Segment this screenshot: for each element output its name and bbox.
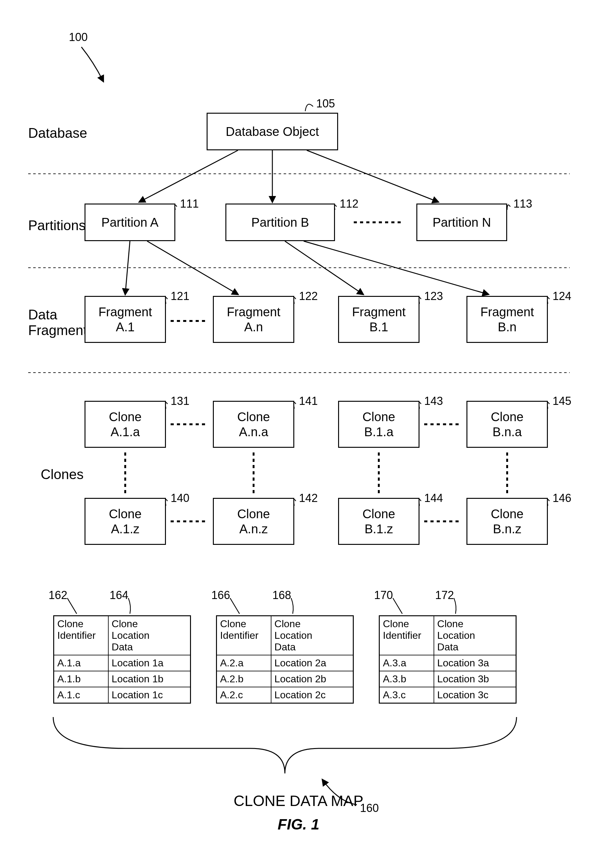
ref-166: 166 [211,589,230,602]
node-label: Database Object [226,124,319,139]
ref-100: 100 [69,31,88,44]
ref-162: 162 [49,589,67,602]
node-label: Clone A.n.a [237,409,270,439]
node-fragment-bn: Fragment B.n [466,296,548,343]
node-label: Clone A.1.a [109,409,142,439]
svg-line-5 [285,241,363,294]
ref-140: 140 [171,492,189,505]
node-label: Partition B [251,215,309,230]
node-fragment-a1: Fragment A.1 [85,296,166,343]
table-cell: Location 1b [108,671,190,687]
table-header-loc: Clone Location Data [272,616,353,655]
row-label-database: Database [28,125,87,141]
ref-145: 145 [552,395,571,408]
node-fragment-an: Fragment A.n [213,296,294,343]
ref-144: 144 [424,492,443,505]
row-label-datafragments: Data Fragments [28,307,94,338]
table-cell: Location 1c [108,687,190,703]
clone-map-table-2: Clone Identifier Clone Location Data A.2… [216,615,354,704]
node-label: Fragment B.n [480,305,534,334]
clone-map-table-3: Clone Identifier Clone Location Data A.3… [379,615,517,704]
node-clone-bnz: Clone B.n.z [466,498,548,545]
ref-164: 164 [110,589,128,602]
ref-131: 131 [171,395,189,408]
svg-line-6 [304,241,489,294]
table-header-id: Clone Identifier [380,616,434,655]
table-cell: A.1.b [54,671,108,687]
ref-124: 124 [552,290,571,303]
table-cell: A.3.c [380,687,434,703]
ref-121: 121 [171,290,189,303]
ref-146: 146 [552,492,571,505]
table-cell: A.3.b [380,671,434,687]
svg-line-0 [139,150,238,202]
table-cell: A.1.a [54,655,108,671]
table-header-loc: Clone Location Data [434,616,515,655]
table-cell: Location 2b [272,671,353,687]
node-label: Clone A.n.z [237,506,270,537]
ref-123: 123 [424,290,443,303]
node-clone-b1z: Clone B.1.z [338,498,419,545]
table-cell: Location 2c [272,687,353,703]
node-label: Clone B.n.a [491,409,524,439]
ref-170: 170 [374,589,393,602]
node-clone-b1a: Clone B.1.a [338,401,419,448]
table-cell: A.2.c [217,687,272,703]
row-label-partitions: Partitions [28,218,85,233]
node-label: Clone A.1.z [109,506,142,537]
svg-line-3 [125,241,130,294]
node-partition-b: Partition B [226,204,335,241]
ref-143: 143 [424,395,443,408]
table-cell: Location 3c [434,687,515,703]
ref-168: 168 [272,589,291,602]
ref-160: 160 [360,802,379,815]
clone-data-map-label: CLONE DATA MAP [0,792,597,809]
table-header-id: Clone Identifier [54,616,108,655]
ref-113: 113 [514,197,532,210]
node-clone-a1a: Clone A.1.a [85,401,166,448]
node-database-object: Database Object [206,113,338,150]
table-header-id: Clone Identifier [217,616,272,655]
table-cell: Location 1a [108,655,190,671]
ref-142: 142 [299,492,318,505]
node-label: Clone B.1.z [362,506,395,537]
table-cell: Location 3b [434,671,515,687]
ref-122: 122 [299,290,318,303]
table-header-loc: Clone Location Data [108,616,190,655]
node-label: Clone B.n.z [491,506,524,537]
ref-112: 112 [340,197,358,210]
ref-105: 105 [316,97,335,110]
node-partition-a: Partition A [85,204,175,241]
ref-141: 141 [299,395,318,408]
row-label-clones: Clones [41,467,83,482]
node-label: Fragment B.1 [352,305,405,334]
node-label: Partition A [101,215,158,230]
clone-map-table-1: Clone Identifier Clone Location Data A.1… [53,615,191,704]
svg-line-4 [147,241,238,294]
node-clone-a1z: Clone A.1.z [85,498,166,545]
table-cell: Location 3a [434,655,515,671]
figure-label: FIG. 1 [0,816,597,833]
node-partition-n: Partition N [416,204,507,241]
node-label: Clone B.1.a [362,409,395,439]
svg-line-2 [307,150,438,202]
table-cell: A.1.c [54,687,108,703]
ref-111: 111 [180,197,199,210]
node-label: Partition N [433,215,491,230]
table-cell: A.2.a [217,655,272,671]
table-cell: A.3.a [380,655,434,671]
node-label: Fragment A.1 [98,305,152,334]
node-clone-bna: Clone B.n.a [466,401,548,448]
node-fragment-b1: Fragment B.1 [338,296,419,343]
table-cell: A.2.b [217,671,272,687]
node-label: Fragment A.n [227,305,280,334]
node-clone-anz: Clone A.n.z [213,498,294,545]
ref-172: 172 [435,589,454,602]
table-cell: Location 2a [272,655,353,671]
node-clone-ana: Clone A.n.a [213,401,294,448]
